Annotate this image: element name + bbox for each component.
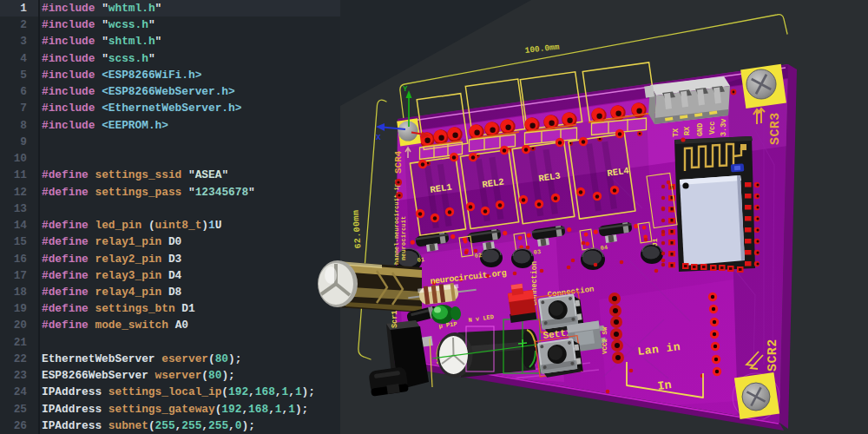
svg-text:X: X (376, 133, 381, 142)
svg-text:SCR2: SCR2 (766, 339, 780, 372)
svg-text:Vcc: Vcc (708, 122, 717, 135)
svg-text:SCR3: SCR3 (768, 112, 783, 145)
svg-text:TX: TX (672, 128, 681, 137)
svg-text:GND: GND (696, 123, 705, 136)
svg-text:04: 04 (600, 244, 608, 252)
svg-text:02: 02 (474, 252, 482, 260)
svg-text:01: 01 (417, 256, 424, 264)
svg-text:03: 03 (533, 248, 541, 256)
svg-text:RX: RX (683, 126, 692, 135)
svg-text:VCC2 SW: VCC2 SW (602, 326, 608, 354)
svg-text:Scr1: Scr1 (391, 311, 399, 328)
svg-text:3.3v: 3.3v (720, 119, 728, 136)
svg-text:J1: J1 (651, 238, 659, 247)
svg-text:Y: Y (403, 85, 408, 94)
svg-text:neurocircuit: neurocircuit (400, 216, 407, 260)
svg-text:SCR4: SCR4 (393, 150, 404, 174)
